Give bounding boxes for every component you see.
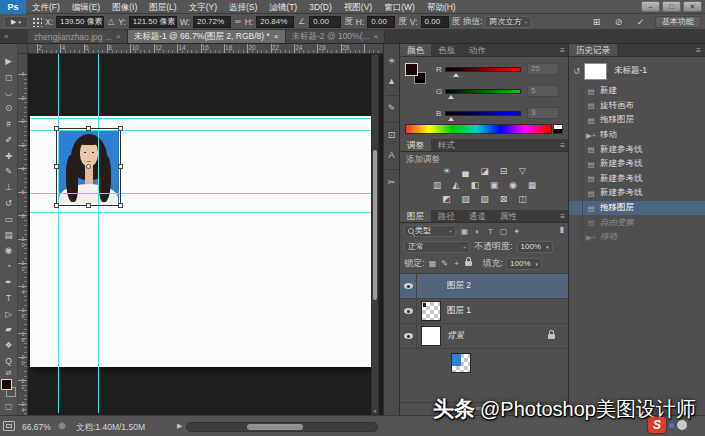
menu-item[interactable]: 文字(Y)	[183, 0, 223, 14]
history-source-checkbox[interactable]	[569, 172, 583, 187]
panel-menu-icon[interactable]: ≡	[560, 210, 565, 223]
history-step[interactable]: ▶+移动	[569, 230, 705, 245]
hand-tool[interactable]: ❖	[0, 337, 18, 353]
maximize-button[interactable]: □	[662, 1, 681, 12]
document-size-info[interactable]: 文档:1.40M/1.50M	[76, 422, 145, 434]
menu-item[interactable]: 3D(D)	[303, 0, 338, 14]
shape-tool[interactable]: ▰	[0, 322, 18, 338]
history-step[interactable]: ▤新建参考线	[569, 142, 705, 157]
menu-item[interactable]: 选择(S)	[223, 0, 263, 14]
color-tab[interactable]: 颜色	[400, 44, 431, 56]
channel-slider[interactable]	[445, 67, 521, 72]
spot-healing-brush-tool[interactable]: ✚	[0, 148, 18, 164]
vertical-scrollbar-thumb[interactable]	[373, 150, 377, 300]
panel-color-swatches[interactable]	[405, 63, 431, 89]
dock-panel-icon-1[interactable]: ☀	[387, 52, 395, 72]
layer-name[interactable]: 背景	[447, 330, 548, 342]
history-source-checkbox[interactable]	[569, 215, 583, 230]
menu-item[interactable]: 编辑(E)	[66, 0, 106, 14]
filter-toggle[interactable]: ▮	[560, 225, 564, 234]
panel-menu-icon[interactable]: ≡	[560, 139, 565, 152]
h-skew-input[interactable]: 0.00	[367, 16, 395, 28]
invert-icon[interactable]: ◩	[439, 193, 455, 205]
layer-row[interactable]: 图层 1	[400, 299, 569, 324]
screen-mode-icon[interactable]	[3, 421, 15, 431]
history-step[interactable]: ▤新建参考线	[569, 186, 705, 201]
ruler-corner[interactable]	[18, 44, 28, 54]
layer-row[interactable]: 图层 2	[400, 274, 569, 299]
tab-history[interactable]: 历史记录	[569, 44, 617, 56]
toolbar-collapse-icon[interactable]: »	[4, 30, 8, 43]
brush-tool[interactable]: ✎	[0, 164, 18, 180]
rectangular-marquee-tool[interactable]: ◻	[0, 69, 18, 85]
guide-vertical[interactable]	[58, 54, 59, 413]
layer-visibility-cell[interactable]	[400, 274, 417, 298]
lock-pixels-icon[interactable]: ✎	[440, 259, 450, 268]
vertical-scrollbar[interactable]: ▾	[371, 54, 379, 415]
threshold-icon[interactable]: ▧	[477, 193, 493, 205]
menu-item[interactable]: 图层(L)	[143, 0, 182, 14]
gradient-tool[interactable]: ▤	[0, 227, 18, 243]
history-snapshot-row[interactable]: ↺ 未标题-1	[569, 60, 705, 82]
layers-tab[interactable]: 属性	[493, 210, 524, 222]
vertical-ruler[interactable]: 42024681 01 21 41 61 82 02 22 4	[18, 54, 28, 415]
lock-position-icon[interactable]: +	[452, 259, 462, 268]
channel-mixer-icon[interactable]: ◉	[505, 179, 521, 191]
layers-tab[interactable]: 路径	[431, 210, 462, 222]
height-input[interactable]: 20.84%	[256, 16, 294, 28]
tool-preset-dropdown[interactable]: ▶▾	[4, 16, 28, 28]
history-step[interactable]: ▤新建参考线	[569, 157, 705, 172]
adjustments-tab[interactable]: 样式	[431, 139, 462, 151]
history-source-checkbox[interactable]	[569, 99, 583, 114]
transform-handle-tr[interactable]	[118, 126, 123, 131]
quick-selection-tool[interactable]: ⊙	[0, 100, 18, 116]
adjustments-tab[interactable]: 调整	[400, 139, 431, 151]
transform-handle-mr[interactable]	[118, 164, 123, 169]
blur-tool[interactable]: ◉	[0, 243, 18, 259]
eyedropper-tool[interactable]: ✐	[0, 132, 18, 148]
slider-thumb-icon[interactable]	[448, 117, 454, 121]
visibility-eye-icon[interactable]	[404, 308, 413, 314]
channel-slider[interactable]	[445, 111, 521, 116]
gradient-map-icon[interactable]: ⊠	[496, 193, 512, 205]
x-position-input[interactable]: 139.50 像素	[56, 16, 104, 28]
document-viewport[interactable]: ▾	[28, 54, 383, 415]
history-step[interactable]: ▤旋转画布	[569, 99, 705, 114]
horizontal-scrollbar[interactable]	[186, 422, 378, 432]
type-tool[interactable]: T	[0, 290, 18, 306]
posterize-icon[interactable]: ▨	[458, 193, 474, 205]
selective-color-icon[interactable]: ◫	[515, 193, 531, 205]
color-spectrum-ramp[interactable]	[405, 124, 552, 134]
history-source-checkbox[interactable]	[569, 142, 583, 157]
status-options-arrow[interactable]: ▶	[177, 422, 182, 430]
cancel-transform-button[interactable]: ⊘	[612, 17, 625, 27]
channel-slider[interactable]	[445, 89, 521, 94]
workspace-switcher-button[interactable]: 基本功能	[655, 16, 701, 28]
document-tab[interactable]: zhengjianzhao.jpg ...×	[28, 30, 128, 43]
color-balance-icon[interactable]: ◭	[448, 179, 464, 191]
history-source-checkbox[interactable]	[569, 201, 583, 216]
photo-filter-icon[interactable]: ▣	[486, 179, 502, 191]
swap-colors-icon[interactable]: ⇄	[6, 369, 12, 377]
menu-item[interactable]: 窗口(W)	[378, 0, 421, 14]
guide-horizontal[interactable]	[30, 118, 371, 119]
layer-thumbnail[interactable]	[421, 326, 441, 346]
tab-close-icon[interactable]: ×	[116, 32, 121, 41]
foreground-color-swatch[interactable]	[405, 63, 418, 76]
visibility-eye-icon[interactable]	[404, 283, 413, 289]
layer-thumbnail[interactable]	[421, 301, 441, 321]
dock-panel-icon-2[interactable]: ▲	[387, 72, 396, 92]
transform-handle-tl[interactable]	[54, 126, 59, 131]
transform-reference-point[interactable]	[86, 164, 91, 169]
menu-item[interactable]: 图像(I)	[106, 0, 143, 14]
opacity-input[interactable]: 100% ▾	[517, 241, 553, 253]
layer-thumbnail[interactable]	[451, 353, 471, 373]
y-position-input[interactable]: 121.50 像素	[129, 16, 177, 28]
history-source-checkbox[interactable]	[569, 186, 583, 201]
history-step[interactable]: ▶+移动	[569, 128, 705, 143]
layers-tab[interactable]: 通道	[462, 210, 493, 222]
interpolation-dropdown[interactable]: 两次立方 ÷	[485, 16, 531, 28]
lock-all-icon[interactable]	[464, 259, 474, 268]
vibrance-icon[interactable]: ▽	[515, 165, 531, 177]
guide-vertical[interactable]	[98, 54, 99, 413]
